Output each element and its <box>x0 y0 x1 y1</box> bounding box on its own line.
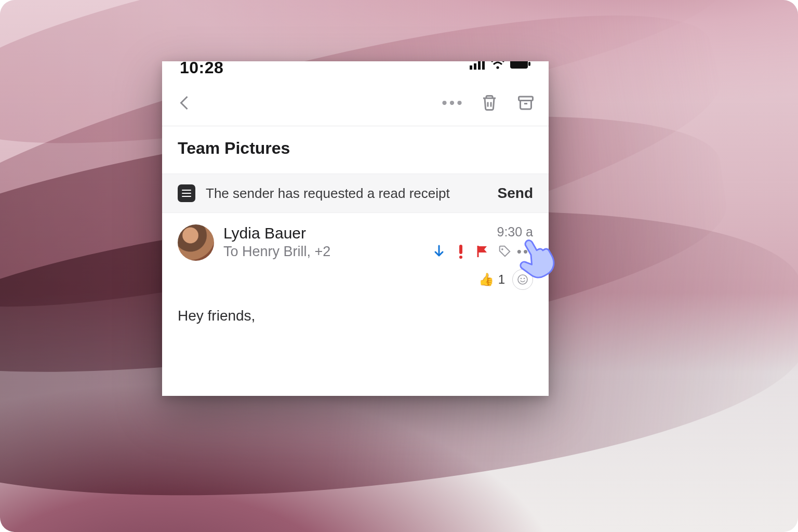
svg-rect-5 <box>510 61 528 69</box>
svg-rect-8 <box>459 245 462 254</box>
add-reaction-button[interactable] <box>512 269 533 290</box>
body-line: Hey friends, <box>178 308 533 324</box>
svg-rect-1 <box>474 63 476 70</box>
wifi-icon <box>490 61 505 72</box>
archive-button[interactable] <box>514 91 537 114</box>
battery-icon <box>510 61 531 71</box>
svg-point-4 <box>496 66 499 69</box>
sender-name[interactable]: Lydia Bauer <box>223 224 330 243</box>
email-message-screen: 10:28 ••• <box>162 61 549 396</box>
read-receipt-banner: The sender has requested a read receipt … <box>162 174 549 213</box>
message-header: Lydia Bauer To Henry Brill, +2 9:30 a <box>162 213 549 266</box>
trash-icon <box>480 94 499 112</box>
receipt-icon <box>178 184 195 202</box>
chevron-left-icon <box>176 94 194 112</box>
svg-rect-7 <box>519 97 533 101</box>
sender-avatar[interactable] <box>178 224 214 261</box>
message-reactions: 👍 1 <box>162 266 549 294</box>
category-tag-icon <box>498 245 511 258</box>
smiley-icon <box>517 274 528 285</box>
flag-icon <box>476 245 489 258</box>
message-timestamp: 9:30 a <box>432 224 533 240</box>
importance-high-icon <box>454 245 468 258</box>
receipt-message: The sender has requested a read receipt <box>206 185 487 202</box>
svg-point-9 <box>459 256 462 259</box>
message-more-button[interactable]: ••• <box>520 245 533 258</box>
reaction-thumbs-up[interactable]: 👍 1 <box>478 272 505 287</box>
thumbs-up-icon: 👍 <box>478 272 494 287</box>
back-button[interactable] <box>174 91 196 114</box>
svg-rect-0 <box>470 65 472 70</box>
svg-point-10 <box>501 248 503 250</box>
reaction-count: 1 <box>498 272 505 287</box>
archive-icon <box>516 94 535 112</box>
delete-button[interactable] <box>478 91 501 114</box>
svg-rect-6 <box>528 62 530 66</box>
svg-point-13 <box>524 278 525 280</box>
recipients-line[interactable]: To Henry Brill, +2 <box>223 244 330 260</box>
svg-point-12 <box>521 278 522 280</box>
svg-rect-2 <box>478 61 481 70</box>
status-bar: 10:28 <box>162 61 549 82</box>
cellular-signal-icon <box>470 61 485 72</box>
thread-subject: Team Pictures <box>162 126 549 174</box>
more-options-button[interactable]: ••• <box>442 91 464 114</box>
svg-point-11 <box>518 275 527 284</box>
send-receipt-button[interactable]: Send <box>498 185 533 202</box>
message-indicators: ••• <box>432 245 533 258</box>
message-body: Hey friends, <box>162 294 549 338</box>
download-arrow-icon <box>432 245 446 258</box>
status-time: 10:28 <box>180 61 223 77</box>
svg-rect-3 <box>482 61 485 70</box>
toolbar: ••• <box>162 82 549 126</box>
